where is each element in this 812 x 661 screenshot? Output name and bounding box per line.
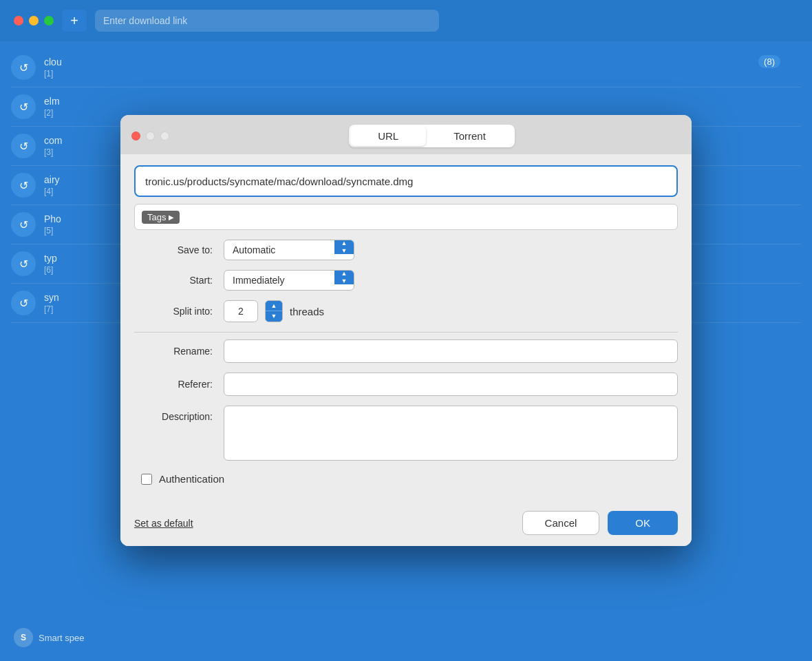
modal-overlay: URL Torrent Tags ▶ (0, 0, 812, 661)
modal-body: Tags ▶ Save to: Automatic ▲ ▼ (120, 154, 692, 503)
stepper-btn-group: ▲ ▼ (265, 300, 283, 322)
ok-button[interactable]: OK (608, 511, 678, 535)
save-to-select[interactable]: Automatic ▲ ▼ (224, 240, 354, 260)
modal-titlebar: URL Torrent (120, 115, 692, 154)
modal-minimize-button[interactable] (146, 132, 155, 140)
start-label: Start: (134, 275, 224, 286)
split-row: Split into: ▲ ▼ threads (134, 300, 678, 322)
start-value: Immediately (224, 271, 334, 290)
start-control: Immediately ▲ ▼ (224, 270, 678, 291)
auth-row: Authentication (134, 473, 678, 485)
start-arrows[interactable]: ▲ ▼ (334, 271, 354, 284)
rename-label: Rename: (134, 346, 224, 357)
stepper-row: ▲ ▼ threads (224, 300, 678, 322)
form-section-2: Rename: Referer: Description: (134, 339, 678, 463)
tab-group: URL Torrent (349, 125, 515, 147)
footer-buttons: Cancel OK (522, 511, 678, 535)
split-value-input[interactable] (224, 300, 258, 322)
description-label: Description: (134, 406, 224, 422)
referer-row: Referer: (134, 373, 678, 396)
divider (134, 332, 678, 333)
rename-control (224, 339, 678, 363)
tags-row: Tags ▶ (134, 204, 678, 230)
cancel-button[interactable]: Cancel (522, 511, 600, 535)
modal-maximize-button[interactable] (160, 132, 169, 140)
url-input[interactable] (134, 165, 678, 197)
modal-close-button[interactable] (131, 132, 140, 140)
tags-input-wrapper[interactable]: Tags ▶ (134, 204, 678, 230)
save-to-arrow-up: ▲ (341, 240, 348, 246)
modal-dialog: URL Torrent Tags ▶ (120, 115, 692, 546)
description-textarea[interactable] (224, 406, 678, 461)
description-control (224, 406, 678, 463)
referer-control (224, 373, 678, 396)
description-row: Description: (134, 406, 678, 463)
save-to-row: Save to: Automatic ▲ ▼ (134, 240, 678, 260)
referer-label: Referer: (134, 379, 224, 390)
stepper-up[interactable]: ▲ (266, 301, 282, 311)
split-label: Split into: (134, 306, 224, 317)
form-section: Save to: Automatic ▲ ▼ Start: (134, 240, 678, 322)
stepper-down[interactable]: ▼ (266, 311, 282, 322)
tags-badge: Tags ▶ (142, 211, 180, 224)
referer-input[interactable] (224, 373, 678, 396)
threads-label: threads (290, 306, 324, 317)
tab-url[interactable]: URL (350, 126, 426, 146)
rename-row: Rename: (134, 339, 678, 363)
tags-badge-arrow: ▶ (169, 213, 174, 221)
start-row: Start: Immediately ▲ ▼ (134, 270, 678, 291)
save-to-arrows[interactable]: ▲ ▼ (334, 240, 354, 254)
save-to-label: Save to: (134, 244, 224, 255)
auth-checkbox[interactable] (141, 474, 152, 485)
start-arrow-up: ▲ (341, 271, 348, 277)
tab-torrent[interactable]: Torrent (426, 126, 513, 146)
save-to-control: Automatic ▲ ▼ (224, 240, 678, 260)
split-control: ▲ ▼ threads (224, 300, 678, 322)
modal-footer: Set as default Cancel OK (120, 503, 692, 546)
set-default-button[interactable]: Set as default (134, 518, 193, 529)
save-to-arrow-down: ▼ (341, 248, 348, 254)
start-arrow-down: ▼ (341, 278, 348, 284)
rename-input[interactable] (224, 339, 678, 363)
auth-label: Authentication (159, 473, 224, 485)
modal-traffic-lights (131, 132, 169, 140)
url-input-row (134, 165, 678, 197)
start-select[interactable]: Immediately ▲ ▼ (224, 270, 354, 291)
save-to-value: Automatic (224, 240, 334, 260)
